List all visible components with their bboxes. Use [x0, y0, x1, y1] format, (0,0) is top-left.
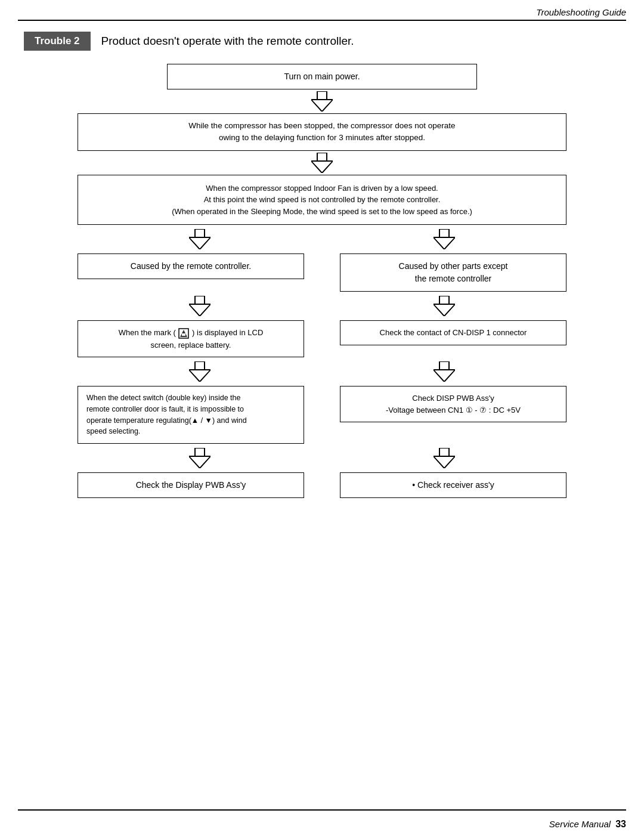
col-right-4: • Check receiver ass'y — [340, 472, 566, 498]
svg-marker-2 — [312, 100, 332, 110]
col-right-2: Check the contact of CN-DISP 1 connector — [340, 320, 566, 345]
trouble-title: Product doesn't operate with the remote … — [101, 35, 354, 48]
arrow2 — [311, 153, 333, 173]
left1-text: Caused by the remote controller. — [131, 261, 251, 271]
trouble-tag: Trouble 2 — [24, 32, 91, 51]
svg-marker-17 — [435, 305, 454, 315]
svg-rect-20 — [182, 333, 185, 336]
svg-rect-30 — [439, 448, 449, 456]
svg-rect-21 — [195, 361, 205, 370]
svg-marker-29 — [190, 457, 209, 467]
step3-text: When the compressor stopped Indoor Fan i… — [172, 184, 472, 216]
left4-text: Check the Display PWB Ass'y — [136, 480, 246, 490]
arrow-right — [434, 229, 455, 249]
row2: When the mark ( ) is displayed in LCDscr… — [78, 320, 566, 357]
left4-box: Check the Display PWB Ass'y — [78, 472, 304, 498]
svg-marker-11 — [435, 238, 454, 248]
split-arrows4 — [78, 446, 566, 470]
left3-box: When the detect switch (double key) insi… — [78, 386, 304, 444]
arrow-left3 — [189, 361, 210, 382]
svg-marker-8 — [190, 238, 209, 248]
arrow-right4 — [434, 448, 455, 468]
step1-box: Turn on main power. — [167, 64, 477, 89]
split-arrows — [78, 227, 566, 251]
right4-box: • Check receiver ass'y — [340, 472, 566, 498]
right3-text: Check DISP PWB Ass'y-Voltage between CN1… — [386, 394, 521, 415]
split-arrows3 — [78, 360, 566, 384]
right2-box: Check the contact of CN-DISP 1 connector — [340, 320, 566, 345]
arrow-right3 — [434, 361, 455, 382]
content-area: Trouble 2 Product doesn't operate with t… — [0, 32, 644, 498]
right1-text: Caused by other parts exceptthe remote c… — [399, 261, 508, 283]
svg-rect-9 — [439, 229, 449, 237]
arrow-right2 — [434, 296, 455, 316]
trouble-banner: Trouble 2 Product doesn't operate with t… — [24, 32, 620, 51]
svg-marker-26 — [435, 370, 454, 381]
col-left-3: When the detect switch (double key) insi… — [78, 386, 304, 444]
svg-rect-15 — [439, 296, 449, 304]
right1-box: Caused by other parts exceptthe remote c… — [340, 253, 566, 292]
svg-rect-0 — [317, 91, 327, 100]
left3-text: When the detect switch (double key) insi… — [86, 394, 247, 435]
step2-text: While the compressor has been stopped, t… — [188, 121, 455, 142]
col-left-4: Check the Display PWB Ass'y — [78, 472, 304, 498]
col-left-1: Caused by the remote controller. — [78, 253, 304, 279]
svg-marker-5 — [312, 162, 332, 172]
col-right-1: Caused by other parts exceptthe remote c… — [340, 253, 566, 292]
step2-box: While the compressor has been stopped, t… — [78, 113, 566, 151]
header-title: Troubleshooting Guide — [536, 7, 626, 17]
arrow-left4 — [189, 448, 210, 468]
left1-box: Caused by the remote controller. — [78, 253, 304, 279]
page-header: Troubleshooting Guide — [0, 0, 644, 20]
row3: When the detect switch (double key) insi… — [78, 386, 566, 444]
split-arrows2 — [78, 294, 566, 318]
svg-rect-24 — [439, 361, 449, 370]
footer-number: 33 — [615, 819, 626, 830]
right2-text: Check the contact of CN-DISP 1 connector — [380, 328, 527, 337]
header-divider — [18, 20, 626, 21]
svg-rect-27 — [195, 448, 205, 456]
row1: Caused by the remote controller. Caused … — [78, 253, 566, 292]
flowchart: Turn on main power. While the compressor… — [24, 64, 620, 498]
svg-rect-12 — [195, 296, 205, 304]
svg-rect-6 — [195, 229, 205, 237]
col-left-2: When the mark ( ) is displayed in LCDscr… — [78, 320, 304, 357]
page-footer: Service Manual 33 — [0, 819, 644, 830]
step1-text: Turn on main power. — [284, 72, 360, 81]
arrow1 — [311, 91, 333, 112]
footer-text: Service Manual — [549, 819, 611, 830]
left2-box: When the mark ( ) is displayed in LCDscr… — [78, 320, 304, 357]
step3-box: When the compressor stopped Indoor Fan i… — [78, 175, 566, 225]
svg-marker-32 — [435, 457, 454, 467]
svg-rect-3 — [317, 153, 327, 161]
left2-text: When the mark ( ) is displayed in LCDscr… — [119, 328, 264, 350]
right3-box: Check DISP PWB Ass'y-Voltage between CN1… — [340, 386, 566, 422]
arrow-left2 — [189, 296, 210, 316]
col-right-3: Check DISP PWB Ass'y-Voltage between CN1… — [340, 386, 566, 422]
right4-text: • Check receiver ass'y — [412, 480, 494, 490]
row4: Check the Display PWB Ass'y • Check rece… — [78, 472, 566, 498]
svg-marker-14 — [190, 305, 209, 315]
arrow-left — [189, 229, 210, 249]
footer-divider — [18, 809, 626, 811]
svg-marker-23 — [190, 370, 209, 381]
